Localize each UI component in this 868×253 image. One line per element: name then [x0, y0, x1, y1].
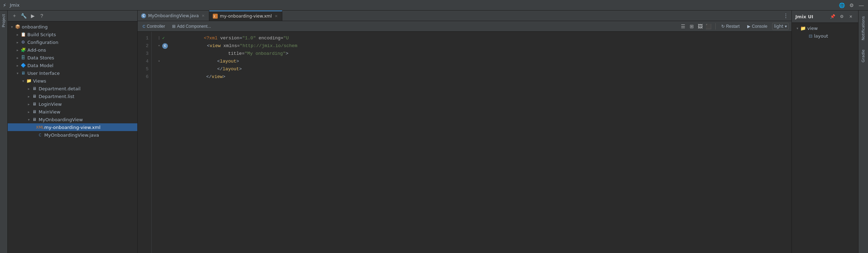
tree-item-my-onboarding-java[interactable]: C MyOnboardingView.java — [8, 131, 137, 139]
notifications-label: Notifications — [861, 16, 866, 40]
main-view-label: MainView — [39, 109, 60, 115]
ui-panel-settings-icon[interactable]: ⚙ — [838, 13, 846, 20]
dept-list-arrow — [26, 93, 32, 99]
config-arrow — [15, 39, 20, 45]
project-panel-toggle[interactable]: Project — [0, 11, 8, 253]
help-button[interactable]: ? — [38, 12, 46, 20]
theme-value: light — [774, 24, 783, 29]
image-view-icon[interactable]: 🖼 — [696, 22, 704, 30]
tree-item-views[interactable]: 📁 Views — [8, 77, 137, 85]
tree-item-my-onboarding-view[interactable]: 🖥 MyOnboardingView — [8, 116, 137, 123]
project-panel: ＋ 🔧 ▶ ? 📦 onboarding 📋 Build Scripts — [8, 11, 138, 253]
data-model-label: Data Model — [27, 63, 53, 68]
code-line-3: title="My onboarding"> — [156, 50, 787, 58]
tree-item-main-view[interactable]: 🖥 MainView — [8, 108, 137, 116]
add-component-label: Add Component... — [177, 24, 211, 29]
minimize-button[interactable]: — — [857, 1, 865, 9]
configuration-label: Configuration — [27, 40, 58, 45]
build-scripts-label: Build Scripts — [27, 32, 56, 37]
tree-item-login-view[interactable]: 🖥 LoginView — [8, 100, 137, 108]
app-logo: ⚡ — [3, 2, 6, 8]
line6-bracket2: > — [223, 74, 225, 79]
gradle-tab[interactable]: Gradle — [860, 45, 867, 67]
controller-icon: C — [143, 24, 145, 28]
my-onboarding-view-label: MyOnboardingView — [39, 117, 83, 122]
globe-icon[interactable]: 🌐 — [838, 1, 846, 9]
add-button[interactable]: ＋ — [11, 12, 18, 20]
console-label: Console — [752, 24, 767, 29]
ui-tree-view-node[interactable]: 📁 view — [792, 24, 858, 32]
console-button[interactable]: ▶ Console — [744, 23, 770, 30]
fold-triangle-2[interactable]: ▾ — [158, 42, 160, 50]
java-tab-close[interactable]: × — [201, 13, 205, 18]
controller-label: Controller — [147, 24, 165, 29]
line6-tag: view — [212, 74, 223, 79]
data-model-arrow — [15, 63, 20, 68]
ui-view-folder-icon: 📁 — [800, 26, 806, 31]
component-view-icon[interactable]: ⬛ — [705, 22, 712, 30]
fold-triangle-4[interactable]: ▾ — [158, 58, 160, 65]
code-line-4: ▾ <layout> — [156, 58, 787, 65]
ui-layout-icon: ⊟ — [809, 33, 813, 39]
build-button[interactable]: 🔧 — [20, 12, 27, 20]
code-content[interactable]: | ✓ <?xml version="1.0" encoding="U ▾ C — [152, 32, 791, 253]
code-editor[interactable]: 1 2 3 4 5 6 | ✓ <?xml version="1.0" enco… — [138, 32, 791, 253]
java-tab-icon: C — [141, 13, 146, 18]
line2-gutter: ▾ — [156, 42, 162, 50]
ui-panel-pin-icon[interactable]: 📌 — [829, 13, 836, 20]
restart-icon: ↻ — [721, 24, 725, 29]
data-model-icon: 🔷 — [20, 63, 26, 68]
root-label: onboarding — [22, 24, 48, 30]
ui-icon: 🖥 — [20, 70, 26, 76]
theme-select[interactable]: light ▾ — [772, 23, 789, 30]
restart-button[interactable]: ↻ Restart — [718, 23, 743, 30]
ui-panel-tree: 📁 view ⊟ layout — [792, 23, 858, 253]
addons-arrow — [15, 47, 20, 53]
ui-view-label: view — [807, 26, 818, 31]
settings-icon[interactable]: ⚙ — [848, 1, 855, 9]
tree-item-addons[interactable]: 🧩 Add-ons — [8, 46, 137, 54]
tree-item-data-stores[interactable]: 🗄 Data Stores — [8, 54, 137, 61]
line1-gutter: | — [156, 34, 162, 42]
tree-item-data-model[interactable]: 🔷 Data Model — [8, 61, 137, 69]
xml-tab-label: my-onboarding-view.xml — [220, 14, 272, 19]
ui-arrow — [15, 70, 20, 76]
tree-item-user-interface[interactable]: 🖥 User Interface — [8, 69, 137, 77]
line-num-3: 3 — [138, 50, 151, 58]
tree-item-configuration[interactable]: ⚙ Configuration — [8, 38, 137, 46]
addons-icon: 🧩 — [20, 47, 26, 53]
notifications-tab[interactable]: Notifications — [860, 12, 867, 45]
jmix-ui-panel: Jmix UI 📌 ⚙ × 📁 view ⊟ layout — [791, 11, 858, 253]
tree-item-my-onboarding-xml[interactable]: XML my-onboarding-view.xml — [8, 123, 137, 131]
line-num-6: 6 — [138, 73, 151, 81]
xml-tab-icon: X — [213, 14, 218, 19]
dept-detail-label: Department.detail — [39, 86, 80, 91]
ui-tree-layout-node[interactable]: ⊟ layout — [792, 32, 858, 40]
main-view-icon: 🖥 — [32, 109, 37, 115]
main-view-arrow — [26, 109, 32, 115]
line6-code: </view> — [168, 65, 225, 89]
tab-overflow-button[interactable]: ⋮ — [780, 11, 791, 21]
java-file-icon: C — [37, 132, 43, 138]
tab-xml[interactable]: X my-onboarding-view.xml × — [209, 11, 282, 21]
xml-tab-close[interactable]: × — [274, 13, 278, 19]
tree-root-onboarding[interactable]: 📦 onboarding — [8, 23, 137, 31]
window-title: Jmix — [10, 2, 20, 8]
console-icon: ▶ — [747, 24, 750, 29]
ui-panel-close-button[interactable]: × — [847, 13, 855, 20]
dept-detail-arrow — [26, 86, 32, 91]
tab-java[interactable]: C MyOnboardingView.java × — [138, 11, 209, 21]
code-line-5: </layout> — [156, 65, 787, 73]
tree-item-dept-detail[interactable]: 🖥 Department.detail — [8, 85, 137, 92]
list-view-icon[interactable]: ☰ — [679, 22, 687, 30]
add-component-button[interactable]: ⊞ Add Component... — [170, 23, 213, 30]
content-row: Project ＋ 🔧 ▶ ? 📦 onboarding — [0, 11, 868, 253]
run-config-button[interactable]: ▶ — [29, 12, 37, 20]
app-wrapper: ⚡ Jmix 🌐 ⚙ — Project ＋ 🔧 ▶ ? — [0, 0, 868, 253]
tree-item-build-scripts[interactable]: 📋 Build Scripts — [8, 31, 137, 38]
tree-item-dept-list[interactable]: 🖥 Department.list — [8, 92, 137, 100]
grid-view-icon[interactable]: ⊞ — [688, 22, 696, 30]
restart-label: Restart — [726, 24, 740, 29]
build-arrow — [15, 32, 20, 37]
controller-button[interactable]: C Controller — [140, 23, 167, 30]
